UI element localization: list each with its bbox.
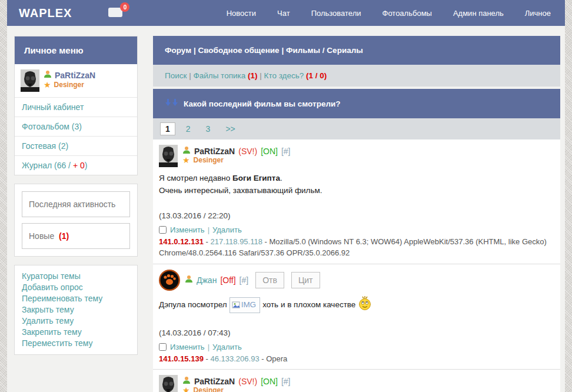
post-ip-secondary[interactable]: 46.133.206.93 [211,354,260,363]
last-activity-button[interactable]: Последняя активность [22,191,130,217]
nav-personal[interactable]: Личное [525,9,551,18]
user-online-icon [44,70,52,81]
nav-chat[interactable]: Чат [277,9,290,18]
post-author-clan: (SV!) [238,377,257,386]
topic-files-link[interactable]: Файлы топика [193,71,245,80]
post-author-role: Desinger [194,156,224,164]
smiley-icon [358,303,371,312]
post-user-agent: - Opera [261,354,287,363]
post-author-status: [ON] [261,377,278,386]
post: PaRtiZzaN (SV!) [ON] [#] ★ Desinger [153,139,560,264]
new-items-count: (1) [59,231,69,241]
action-move-topic[interactable]: Переместить тему [22,338,130,349]
post-anchor-link[interactable]: [#] [281,377,291,386]
post-author-role: Desinger [194,386,224,392]
user-online-icon [185,275,193,285]
top-header: WAPLEX 0 Новости Чат Пользователи Фотоал… [7,0,565,26]
photoalbum-count: (3) [72,122,82,131]
post-author-avatar[interactable] [159,145,178,167]
sidebar: Личное меню PaRtiZzaN ★ Desinger [14,36,138,363]
ip-separator: - [206,354,208,363]
journal-count-open: (66 / [54,161,73,170]
action-add-poll[interactable]: Добавить опрос [22,282,130,293]
personal-menu-title: Личное меню [15,36,137,64]
sidebar-item-label: Журнал [22,161,52,170]
new-items-button[interactable]: Новые (1) [22,223,130,249]
post-anchor-link[interactable]: [#] [240,275,249,285]
messages-button[interactable]: 0 [108,5,126,21]
topic-toolbar: Поиск | Файлы топика (1) | Кто здесь? (1… [153,65,560,87]
broken-image-placeholder[interactable]: IMG [230,297,261,313]
nav-users[interactable]: Пользователи [311,9,361,18]
sidebar-item-photoalbum[interactable]: Фотоальбом (3) [15,117,137,136]
post-body: Я смотрел недавно Боги Египта. Очень инт… [159,172,554,197]
post-ip-secondary[interactable]: 217.118.95.118 [211,237,262,246]
breadcrumb: Форум | Свободное общение | Фильмы / Сер… [165,46,363,55]
action-curators[interactable]: Кураторы темы [22,271,130,282]
actions-separator: | [208,225,209,234]
post-actions: Изменить | Удалить [159,225,554,234]
page-2-link[interactable]: 2 [181,123,195,135]
post-select-checkbox[interactable] [159,226,167,234]
post-author-name[interactable]: PaRtiZzaN [194,147,235,156]
topic-title-bar: Какой последний фильм вы смотрели? [153,89,560,118]
site-logo: WAPLEX [19,6,72,20]
toolbar-separator: | [260,71,262,80]
who-is-here-link[interactable]: Кто здесь? [264,71,304,80]
reply-button[interactable]: Отв [255,272,284,288]
post-author-avatar[interactable] [159,270,180,291]
post-author-avatar[interactable] [159,375,178,392]
activity-panel: Последняя активность Новые (1) [14,184,138,257]
sidebar-item-guestbook[interactable]: Гостевая (2) [15,136,137,155]
post-select-checkbox[interactable] [159,343,167,351]
user-online-icon [182,146,191,156]
post-text: . [280,174,282,182]
post: PaRtiZzaN (SV!) [ON] [#] ★ Desinger [153,370,560,392]
post-body: Дэпула посмотрелIMGхоть и в плохом качес… [159,296,554,314]
user-role: Desinger [54,81,84,89]
post-author-name[interactable]: PaRtiZzaN [194,377,235,386]
topic-actions-panel: Кураторы темы Добавить опрос Переименова… [14,265,138,355]
arrows-down-icon [165,99,179,108]
sidebar-item-cabinet[interactable]: Личный кабинет [15,97,137,117]
toolbar-separator: | [189,71,191,80]
post-delete-link[interactable]: Удалить [212,225,242,234]
sidebar-item-journal[interactable]: Журнал (66 / + 0) [15,155,137,175]
search-link[interactable]: Поиск [165,71,187,80]
journal-new-count: + 0 [73,161,85,170]
post-text-bold: Боги Египта [232,174,280,182]
post-edit-link[interactable]: Изменить [170,225,205,234]
action-delete-topic[interactable]: Удалить тему [22,315,130,327]
post-text: Очень интересный, захватывающий фильм. [159,185,554,197]
star-icon: ★ [44,81,51,89]
post-ip-primary: 141.0.12.131 [159,237,204,246]
nav-admin-panel[interactable]: Админ панель [453,9,504,18]
page-current: 1 [160,122,175,135]
post-text: Я смотрел недавно [159,174,232,182]
pagination: 1 2 3 >> [153,118,560,139]
page-3-link[interactable]: 3 [201,123,215,135]
page-next-link[interactable]: >> [221,123,240,135]
sidebar-username[interactable]: PaRtiZzaN [55,71,95,80]
nav-photoalbums[interactable]: Фотоальбомы [383,9,432,18]
post-anchor-link[interactable]: [#] [281,147,291,156]
post-date: (14.03.2016 / 07:43) [159,328,554,337]
action-rename-topic[interactable]: Переименовать тему [22,293,130,304]
nav-news[interactable]: Новости [227,9,256,18]
post-author-status: [ON] [261,147,278,156]
star-icon: ★ [182,156,190,164]
post-author-name[interactable]: Джан [197,275,217,285]
post-text: Дэпула посмотрел [159,300,227,309]
quote-button[interactable]: Цит [291,272,320,288]
post-delete-link[interactable]: Удалить [212,343,242,351]
sidebar-item-label: Фотоальбом [22,122,69,131]
post-date: (13.03.2016 / 22:20) [159,211,554,220]
post-edit-link[interactable]: Изменить [170,343,205,351]
action-pin-topic[interactable]: Закрепить тему [22,327,130,338]
action-close-topic[interactable]: Закрыть тему [22,304,130,315]
posts-list: PaRtiZzaN (SV!) [ON] [#] ★ Desinger [153,139,560,392]
breadcrumb-bar: Форум | Свободное общение | Фильмы / Сер… [153,36,560,65]
page-wrapper: WAPLEX 0 Новости Чат Пользователи Фотоал… [7,0,565,392]
actions-separator: | [208,343,209,351]
user-avatar[interactable] [21,69,39,92]
